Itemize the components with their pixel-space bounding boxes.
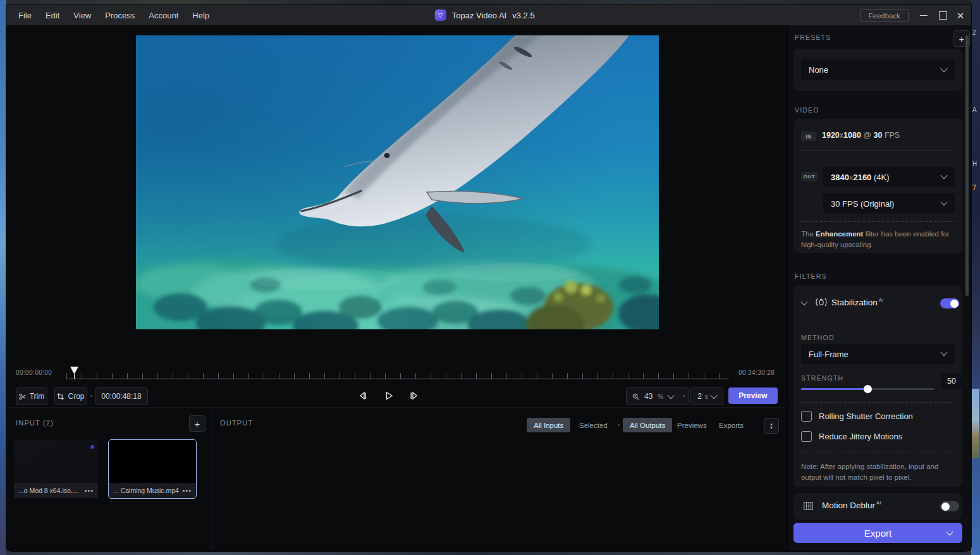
minimize-button[interactable] xyxy=(914,5,933,25)
preview-button[interactable]: Preview xyxy=(728,387,778,404)
collapse-chevron-icon[interactable] xyxy=(800,298,807,305)
reduce-jitter-row: Reduce Jittery Motions xyxy=(801,431,902,442)
strength-slider[interactable] xyxy=(801,388,934,390)
chevron-down-icon xyxy=(946,528,953,535)
crop-button[interactable]: Crop xyxy=(54,387,87,405)
toggle-knob xyxy=(941,503,950,511)
chevron-down-icon xyxy=(710,392,717,399)
add-input-button[interactable]: + xyxy=(189,415,205,432)
output-fps-select[interactable]: 30 FPS (Original) xyxy=(823,193,955,214)
background-image-fragment xyxy=(972,389,979,458)
toolbar-separator-dot xyxy=(90,395,92,397)
menu-view[interactable]: View xyxy=(66,11,98,20)
more-options-icon[interactable]: ••• xyxy=(182,487,192,494)
status-dot xyxy=(90,445,94,449)
motion-deblur-icon xyxy=(804,502,813,510)
current-timecode-field[interactable]: 00:00:48:18 xyxy=(95,387,148,405)
menu-bar: File Edit View Process Account Help xyxy=(11,5,216,25)
tab-selected[interactable]: Selected xyxy=(572,418,615,432)
sort-order-button[interactable]: ▴ ▾ xyxy=(764,418,779,434)
chevron-down-icon xyxy=(668,392,675,399)
toolbar-separator-dot xyxy=(683,395,685,397)
tab-label: All Outputs xyxy=(630,422,665,429)
presets-title: PRESETS xyxy=(795,34,831,41)
toggle-knob xyxy=(950,300,959,308)
tab-exports[interactable]: Exports xyxy=(712,418,750,432)
step-back-button[interactable] xyxy=(353,387,372,404)
menu-help[interactable]: Help xyxy=(185,11,216,20)
trim-button[interactable]: Trim xyxy=(16,387,47,405)
ai-superscript: AI xyxy=(876,500,881,506)
menu-process[interactable]: Process xyxy=(98,11,142,20)
tab-all-inputs[interactable]: All Inputs xyxy=(527,418,570,432)
desktop-background-left xyxy=(0,0,6,555)
magnifier-icon xyxy=(632,393,639,400)
background-text-fragment: H xyxy=(972,161,977,168)
rolling-shutter-row: Rolling Shutter Correction xyxy=(801,411,913,422)
background-text-fragment: A xyxy=(972,106,977,113)
divider xyxy=(801,221,955,222)
chevron-down-icon xyxy=(940,64,947,71)
feedback-button[interactable]: Feedback xyxy=(860,9,909,22)
rolling-shutter-checkbox[interactable] xyxy=(801,411,812,422)
strength-label: STRENGTH xyxy=(801,374,843,382)
reduce-jitter-checkbox[interactable] xyxy=(801,431,812,442)
step-back-icon xyxy=(358,391,367,400)
background-text-fragment: 2 xyxy=(972,29,976,36)
close-icon: × xyxy=(957,9,964,21)
motion-deblur-label: Motion DeblurAI xyxy=(822,500,881,510)
output-resolution-value: 3840x2160 (4K) xyxy=(831,173,890,182)
tab-all-outputs[interactable]: All Outputs xyxy=(623,418,672,432)
motion-deblur-toggle[interactable] xyxy=(940,501,959,511)
interval-unit: s xyxy=(705,393,708,400)
video-section-title: VIDEO xyxy=(795,106,819,114)
zoom-value: 43 xyxy=(644,392,652,401)
ai-superscript: AI xyxy=(879,297,884,303)
background-text-fragment: 7 xyxy=(972,183,977,192)
strength-value-field[interactable]: 50 xyxy=(941,373,962,389)
preset-selected-value: None xyxy=(809,65,828,75)
step-forward-button[interactable] xyxy=(405,387,424,404)
sidebar-scrollbar[interactable] xyxy=(965,35,969,296)
desktop-background-right: 2 A H 7 xyxy=(971,0,980,555)
timeline-zoom-control[interactable]: 43 % xyxy=(626,387,689,405)
tab-label: Selected xyxy=(579,422,608,429)
input-filename: ... Calming Music.mp4 xyxy=(113,487,179,494)
timeline-ruler[interactable] xyxy=(66,373,729,379)
plus-icon: + xyxy=(195,418,200,429)
tab-label: Exports xyxy=(719,422,744,429)
menu-file[interactable]: File xyxy=(11,11,39,20)
tab-previews[interactable]: Previews xyxy=(670,418,714,432)
tabs-separator-dot xyxy=(618,424,620,426)
method-label: METHOD xyxy=(801,334,835,341)
preview-length-control[interactable]: 2 s xyxy=(690,387,723,405)
step-forward-icon xyxy=(410,391,419,400)
crop-label: Crop xyxy=(68,392,84,401)
current-timecode: 00:00:48:18 xyxy=(101,392,141,401)
maximize-icon xyxy=(939,11,947,20)
zoom-unit: % xyxy=(658,393,663,400)
stabilization-toggle[interactable] xyxy=(940,298,959,308)
preset-select[interactable]: None xyxy=(801,59,955,80)
slider-knob[interactable] xyxy=(864,385,872,393)
input-panel-title: INPUT (2) xyxy=(16,419,54,427)
topaz-logo-icon: ▽ xyxy=(435,9,446,21)
panels-divider xyxy=(6,407,787,408)
stabilization-filter-card: StabilizationAI METHOD Full-Frame STRENG… xyxy=(793,286,962,487)
input-filename: ...o Mod 8 x64.iso.mp4 xyxy=(18,487,84,494)
method-select[interactable]: Full-Frame xyxy=(801,344,955,364)
menu-account[interactable]: Account xyxy=(142,11,185,20)
export-button[interactable]: Export xyxy=(793,523,962,543)
crop-icon xyxy=(57,393,64,400)
play-button[interactable] xyxy=(379,387,398,404)
divider xyxy=(801,453,955,453)
method-value: Full-Frame xyxy=(809,350,848,359)
maximize-button[interactable] xyxy=(933,5,952,25)
input-item-selected[interactable]: ... Calming Music.mp4 ••• xyxy=(109,440,196,498)
menu-edit[interactable]: Edit xyxy=(39,11,66,20)
chevron-down-icon xyxy=(940,349,947,356)
input-item[interactable]: ...o Mod 8 x64.iso.mp4 ••• xyxy=(14,440,98,498)
output-resolution-select[interactable]: 3840x2160 (4K) xyxy=(823,167,955,187)
more-options-icon[interactable]: ••• xyxy=(84,487,94,494)
close-button[interactable]: × xyxy=(951,5,970,25)
